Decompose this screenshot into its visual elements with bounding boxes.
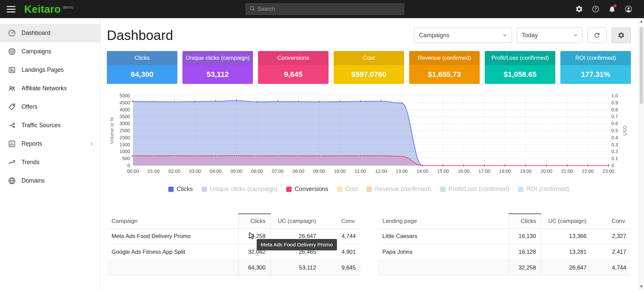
sidebar: DashboardCampaignsLandings PagesAffiliat… (0, 18, 100, 290)
row-name: Google Ads Fitness App Split (107, 244, 238, 260)
select-value: Today (522, 32, 538, 39)
campaigns-filter-select[interactable]: Campaigns (414, 28, 512, 43)
data-point-conversions (380, 155, 382, 157)
data-point-clicks (380, 100, 382, 102)
legend-swatch (337, 187, 342, 192)
sidebar-item-dashboard[interactable]: Dashboard (0, 24, 100, 42)
x-axis-tick: 04:00 (210, 168, 222, 174)
legend-item-profit-loss-confirmed[interactable]: Profit/Loss (confirmed) (440, 186, 509, 193)
legend-swatch (440, 187, 445, 192)
column-header-campaign[interactable]: Campaign (107, 214, 238, 229)
legend-swatch (286, 187, 292, 192)
column-header-clicks[interactable]: Clicks (509, 214, 541, 229)
metric-card-roi-confirmed: ROI (confirmed)177.31% (560, 51, 631, 84)
legend-label: Unique clicks (campaign) (210, 186, 277, 193)
legend-item-conversions[interactable]: Conversions (286, 186, 328, 193)
sidebar-item-label: Dashboard (22, 30, 50, 37)
column-header-conv[interactable]: Conv. (321, 214, 360, 229)
dashboard-chart[interactable]: 00:0001:0002:0003:0004:0005:0006:0007:00… (107, 92, 631, 177)
metric-value: 177.31% (560, 65, 631, 84)
sidebar-item-landings-pages[interactable]: Landings Pages (0, 61, 100, 79)
column-header-uc-campaign[interactable]: UC (campaign) (270, 214, 321, 229)
sidebar-item-affiliate-networks[interactable]: Affiliate Networks (0, 79, 100, 98)
scroll-down-arrow[interactable] (640, 286, 643, 288)
x-axis-tick: 03:00 (189, 168, 201, 174)
sidebar-item-trends[interactable]: Trends (0, 153, 100, 172)
table-row[interactable]: Little Caesars16,13013,3662,327 (378, 229, 631, 244)
logo-badge: demo (63, 5, 73, 10)
mouse-cursor (248, 231, 256, 240)
scrollbar[interactable] (638, 18, 644, 290)
y-left-tick: 4500 (120, 100, 130, 105)
offers-icon (8, 103, 16, 111)
legend-item-revenue-confirmed[interactable]: Revenue (confirmed) (367, 186, 431, 193)
table-header-row: Landing pageClicksUC (campaign)Conv. (378, 214, 631, 229)
column-header-conv[interactable]: Conv. (591, 214, 631, 229)
x-axis-tick: 07:00 (272, 168, 284, 174)
settings-gear-icon[interactable] (575, 5, 583, 13)
hamburger-menu-icon[interactable] (7, 6, 15, 12)
account-icon[interactable] (625, 5, 633, 13)
data-point-clicks (194, 100, 196, 102)
sidebar-item-label: Affiliate Networks (22, 85, 67, 92)
metric-value: 9,645 (258, 65, 329, 84)
legend-swatch (367, 187, 372, 192)
x-axis-tick: 15:00 (437, 168, 449, 174)
sidebar-item-domains[interactable]: Domains (0, 172, 100, 190)
search-input[interactable] (258, 6, 400, 12)
sidebar-item-reports[interactable]: Reports (0, 135, 100, 153)
column-header-landing-page[interactable]: Landing page (378, 214, 509, 229)
x-axis-tick: 02:00 (169, 168, 180, 174)
total-cell: 53,112 (270, 260, 321, 276)
column-header-clicks[interactable]: Clicks (238, 214, 270, 229)
column-header-uc-campaign[interactable]: UC (campaign) (541, 214, 591, 229)
row-cell: 16,130 (509, 229, 541, 244)
x-axis-tick: 21:00 (561, 168, 573, 174)
refresh-button[interactable] (587, 28, 607, 43)
data-point-clicks (318, 101, 320, 103)
scroll-up-arrow[interactable] (640, 20, 643, 22)
logo-text: Keitaro (24, 4, 61, 14)
table-row[interactable]: Papa Johns16,12813,2812,417 (378, 244, 631, 260)
tables-row: CampaignClicksUC (campaign)Conv.Meta Ads… (107, 213, 631, 276)
campaigns-icon (8, 47, 16, 56)
metric-value: $1,655.73 (409, 65, 480, 84)
sidebar-item-label: Reports (22, 140, 42, 147)
date-range-select[interactable]: Today (517, 28, 583, 43)
legend-item-unique-clicks-campaign[interactable]: Unique clicks (campaign) (202, 186, 277, 193)
gear-icon (617, 32, 625, 39)
sidebar-item-traffic-sources[interactable]: Traffic Sources (0, 116, 100, 135)
x-axis-tick: 19:00 (520, 168, 531, 174)
sidebar-item-label: Campaigns (22, 48, 51, 55)
x-axis-tick: 22:00 (582, 168, 594, 174)
scroll-thumb[interactable] (640, 27, 643, 104)
sidebar-item-campaigns[interactable]: Campaigns (0, 42, 100, 61)
y-left-tick: 4000 (120, 107, 130, 112)
metric-label: Unique clicks (campaign) (182, 51, 253, 65)
legend-label: Profit/Loss (confirmed) (448, 186, 509, 193)
legend-item-roi-confirmed[interactable]: ROI (confirmed) (518, 186, 569, 193)
x-axis-tick: 18:00 (499, 168, 511, 174)
data-point-conversions (483, 164, 485, 166)
sidebar-item-offers[interactable]: Offers (0, 98, 100, 116)
data-point-conversions (607, 164, 609, 166)
y-right-tick: 0.2 (611, 149, 618, 154)
x-axis-tick: 09:00 (313, 168, 325, 174)
notification-badge (613, 4, 616, 7)
chevron-down-icon (573, 33, 578, 38)
data-point-conversions (318, 155, 320, 157)
search-box[interactable] (246, 3, 404, 15)
domains-icon (8, 177, 16, 185)
app-logo[interactable]: Keitaro demo (24, 4, 73, 14)
help-icon[interactable]: ? (592, 5, 600, 13)
dashboard-settings-button[interactable] (611, 28, 631, 43)
data-point-conversions (421, 164, 423, 166)
x-axis-tick: 10:00 (334, 168, 346, 174)
y-right-tick: 0.1 (611, 156, 618, 161)
data-point-clicks (173, 101, 175, 103)
legend-item-cost[interactable]: Cost (337, 186, 358, 193)
legend-item-clicks[interactable]: Clicks (168, 186, 193, 193)
y-left-axis-title: Volume or % (109, 117, 115, 144)
notifications-bell-icon[interactable] (608, 5, 616, 13)
metric-card-unique-clicks-campaign: Unique clicks (campaign)53,112 (182, 51, 253, 84)
